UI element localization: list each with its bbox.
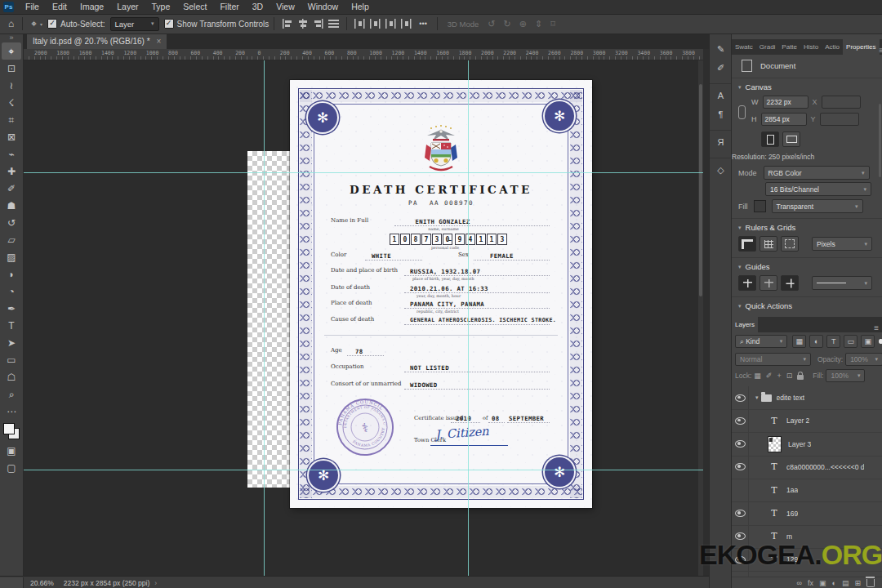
height-input[interactable]: 2854 px: [761, 113, 807, 126]
distribute-left-icon[interactable]: [385, 19, 396, 29]
lock-artboard-icon[interactable]: ⊡: [786, 372, 793, 380]
fill-dropdown[interactable]: Transparent ▾: [772, 199, 863, 213]
new-group-icon[interactable]: ▤: [842, 578, 849, 588]
clone-stamp-tool[interactable]: ☗: [2, 197, 21, 214]
chevron-down-icon[interactable]: ▾: [40, 21, 42, 27]
photoshop-logo-icon[interactable]: Ps: [3, 2, 14, 12]
align-left-icon[interactable]: [282, 19, 292, 29]
filter-type-layers-icon[interactable]: T: [826, 335, 840, 348]
bit-depth-dropdown[interactable]: 16 Bits/Channel ▾: [765, 182, 871, 196]
filter-toggle-icon[interactable]: [879, 339, 882, 344]
scrollbar-thumb[interactable]: [699, 84, 702, 296]
width-input[interactable]: 2232 px: [763, 96, 808, 109]
lock-position-icon[interactable]: +: [777, 372, 781, 380]
eyedropper-tool[interactable]: ⌁: [2, 145, 21, 163]
chevron-down-icon[interactable]: ▾: [755, 394, 759, 401]
layer-visibility-toggle[interactable]: [732, 479, 749, 501]
layer-row[interactable]: T1aa: [732, 479, 882, 502]
move-tool[interactable]: ⌖: [2, 42, 21, 60]
layer-row[interactable]: T129: [732, 548, 882, 572]
character-panel-icon[interactable]: A: [713, 87, 729, 104]
hand-tool[interactable]: ☖: [2, 368, 21, 385]
canvas-area[interactable]: ✻ ✻ ✻ ✻: [23, 60, 703, 576]
chevron-down-icon[interactable]: ▾: [738, 84, 742, 91]
foreground-color-swatch[interactable]: [3, 423, 15, 434]
delete-layer-icon[interactable]: [866, 579, 875, 587]
tab-layers[interactable]: Layers: [732, 317, 758, 332]
color-mode-dropdown[interactable]: RGB Color ▾: [764, 166, 870, 180]
layer-row[interactable]: T169: [732, 502, 882, 526]
lock-transparency-icon[interactable]: ▦: [754, 372, 761, 380]
lock-guides-button[interactable]: [781, 275, 799, 291]
align-center-icon[interactable]: [297, 19, 308, 29]
close-icon[interactable]: ×: [157, 37, 162, 46]
brush-tool[interactable]: ✐: [2, 180, 21, 197]
glyphs-panel-icon[interactable]: Я: [713, 134, 729, 150]
chevron-down-icon[interactable]: ▾: [738, 264, 742, 270]
panel-menu-icon[interactable]: ≡: [874, 323, 882, 332]
panel-menu-icon[interactable]: ≡: [880, 46, 882, 55]
distribute-horizontal-icon[interactable]: [354, 19, 365, 29]
toggle-grid-button[interactable]: [760, 236, 777, 252]
landscape-orientation-button[interactable]: [782, 131, 800, 147]
shape-tool[interactable]: ▭: [2, 351, 21, 368]
object-selection-tool[interactable]: ☇: [2, 94, 21, 111]
menu-layer[interactable]: Layer: [110, 0, 145, 14]
tab-swatc[interactable]: Swatc: [732, 39, 756, 55]
layer-visibility-toggle[interactable]: [732, 433, 749, 456]
home-icon[interactable]: ⌂: [5, 18, 17, 29]
status-menu-arrow[interactable]: ›: [154, 579, 157, 587]
brush-settings-icon[interactable]: ✎: [713, 41, 729, 57]
zoom-tool[interactable]: ⌕: [2, 385, 21, 403]
toolbar-ellipsis[interactable]: ⋯: [2, 403, 21, 420]
align-justify-icon[interactable]: [328, 19, 339, 29]
portrait-orientation-button[interactable]: [761, 131, 779, 147]
healing-brush-tool[interactable]: ✚: [2, 163, 21, 180]
layer-filter-dropdown[interactable]: ⌕ Kind ▾: [735, 335, 787, 348]
collapse-toolbar-button[interactable]: »: [0, 33, 23, 42]
auto-select-checkbox[interactable]: ✓: [47, 19, 57, 29]
layer-row[interactable]: Layer 3: [732, 433, 882, 457]
link-layers-icon[interactable]: ∞: [797, 578, 802, 588]
brushes-icon[interactable]: ✐: [713, 60, 729, 76]
menu-select[interactable]: Select: [176, 0, 213, 14]
panel-scrollbar[interactable]: [879, 104, 881, 177]
menu-3d[interactable]: 3D: [246, 0, 270, 14]
tab-patte[interactable]: Patte: [778, 39, 800, 55]
menu-image[interactable]: Image: [74, 0, 110, 14]
3d-panel-icon[interactable]: ◇: [713, 162, 729, 178]
tab-properties[interactable]: Properties: [843, 39, 879, 55]
auto-select-target-dropdown[interactable]: Layer ▾: [110, 17, 159, 31]
layer-mask-icon[interactable]: ▣: [819, 578, 826, 588]
menu-window[interactable]: Window: [301, 0, 345, 14]
layer-visibility-toggle[interactable]: [732, 502, 749, 525]
toggle-guides-button[interactable]: [738, 275, 756, 291]
layer-row[interactable]: TLayer 2: [732, 409, 882, 433]
quick-mask-button[interactable]: ▣: [2, 442, 21, 459]
show-transform-checkbox[interactable]: ✓: [164, 19, 174, 29]
dodge-tool[interactable]: ◔: [2, 283, 21, 300]
path-select-tool[interactable]: ➤: [2, 334, 21, 351]
align-right-icon[interactable]: [313, 19, 323, 29]
layer-row[interactable]: ▾edite text: [732, 386, 882, 410]
document-tab[interactable]: Italy id.psd @ 20.7% (RGB/16) * ×: [27, 33, 167, 49]
filter-pixel-layers-icon[interactable]: ▦: [792, 335, 806, 348]
toggle-smart-guides-button[interactable]: [760, 275, 777, 291]
layer-effects-icon[interactable]: fx: [808, 578, 813, 588]
filter-adjustment-layers-icon[interactable]: ◐: [809, 335, 823, 348]
lock-pixels-icon[interactable]: ✐: [766, 372, 773, 380]
move-tool-icon[interactable]: ⌖: [28, 18, 40, 29]
filter-shape-layers-icon[interactable]: ▭: [844, 335, 858, 348]
filter-smart-objects-icon[interactable]: ▣: [861, 335, 875, 348]
screen-mode-button[interactable]: ▢: [2, 459, 21, 476]
menu-file[interactable]: File: [19, 0, 46, 14]
tab-histo[interactable]: Histo: [800, 39, 822, 55]
eraser-tool[interactable]: ▱: [2, 231, 21, 248]
guide-style-dropdown[interactable]: ▾: [812, 276, 872, 290]
layer-visibility-toggle[interactable]: [732, 525, 749, 548]
menu-view[interactable]: View: [270, 0, 301, 14]
canvas-vertical-scrollbar[interactable]: [698, 60, 703, 576]
chevron-down-icon[interactable]: ▾: [738, 225, 742, 231]
menu-edit[interactable]: Edit: [46, 0, 74, 14]
link-dimensions-icon[interactable]: [738, 105, 746, 119]
